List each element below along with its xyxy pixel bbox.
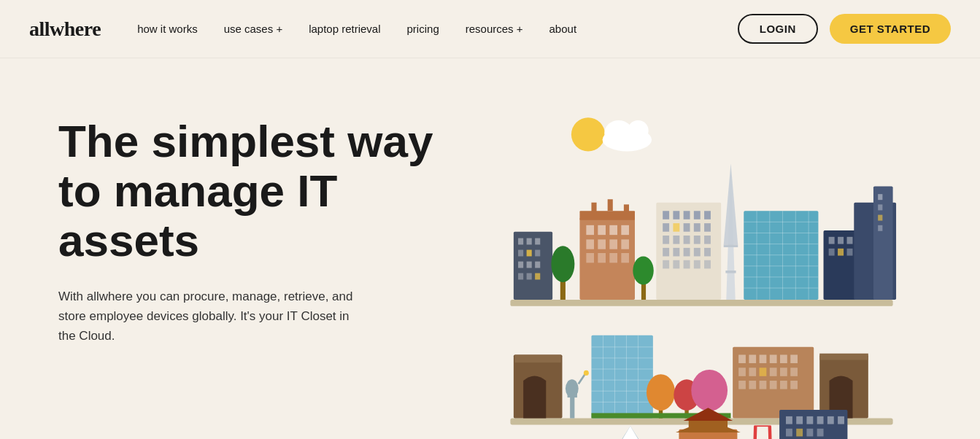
svg-rect-101 bbox=[515, 355, 561, 363]
svg-line-106 bbox=[579, 374, 585, 384]
nav-resources[interactable]: resources + bbox=[466, 23, 523, 35]
svg-rect-89 bbox=[838, 249, 844, 256]
svg-rect-36 bbox=[624, 204, 629, 212]
svg-rect-68 bbox=[725, 271, 736, 273]
svg-rect-126 bbox=[738, 355, 746, 364]
svg-rect-137 bbox=[790, 368, 798, 376]
svg-rect-97 bbox=[878, 215, 882, 221]
nav-laptop-retrieval[interactable]: laptop retrieval bbox=[309, 23, 380, 35]
svg-rect-29 bbox=[621, 239, 629, 249]
svg-point-19 bbox=[551, 246, 574, 282]
svg-rect-132 bbox=[738, 368, 746, 376]
hero-heading: The simplest way to manage IT assets bbox=[58, 117, 438, 266]
svg-rect-44 bbox=[704, 211, 711, 219]
svg-rect-34 bbox=[591, 203, 596, 213]
get-started-button[interactable]: GET STARTED bbox=[830, 14, 951, 44]
svg-rect-94 bbox=[873, 187, 893, 300]
svg-point-4 bbox=[628, 120, 648, 141]
nav-how-it-works[interactable]: how it works bbox=[137, 23, 198, 35]
svg-rect-61 bbox=[673, 260, 679, 269]
svg-rect-48 bbox=[694, 223, 701, 232]
svg-point-124 bbox=[691, 370, 728, 411]
svg-rect-167 bbox=[838, 416, 844, 424]
svg-rect-23 bbox=[598, 225, 606, 235]
svg-rect-165 bbox=[817, 416, 824, 424]
nav-actions: LOGIN GET STARTED bbox=[738, 14, 951, 44]
svg-point-107 bbox=[584, 370, 589, 376]
svg-rect-135 bbox=[770, 368, 777, 376]
svg-rect-26 bbox=[586, 239, 594, 249]
svg-rect-21 bbox=[579, 211, 635, 219]
svg-rect-95 bbox=[878, 194, 882, 200]
city-illustration bbox=[467, 102, 936, 439]
svg-rect-164 bbox=[806, 416, 813, 424]
svg-rect-17 bbox=[535, 273, 540, 280]
svg-rect-43 bbox=[694, 211, 701, 219]
svg-rect-96 bbox=[878, 204, 882, 210]
svg-rect-8 bbox=[535, 238, 540, 245]
svg-rect-58 bbox=[694, 248, 701, 257]
svg-rect-49 bbox=[704, 223, 711, 232]
svg-rect-12 bbox=[518, 262, 523, 268]
svg-rect-145 bbox=[819, 354, 868, 360]
svg-rect-154 bbox=[689, 419, 728, 432]
svg-rect-64 bbox=[704, 260, 711, 269]
svg-rect-14 bbox=[535, 262, 540, 268]
svg-rect-163 bbox=[796, 416, 803, 424]
nav-about[interactable]: about bbox=[549, 23, 577, 35]
hero-illustration bbox=[467, 102, 936, 439]
login-button[interactable]: LOGIN bbox=[738, 14, 818, 44]
svg-rect-143 bbox=[790, 381, 798, 389]
svg-rect-40 bbox=[663, 211, 669, 219]
svg-rect-166 bbox=[827, 416, 834, 424]
svg-rect-88 bbox=[829, 249, 835, 256]
svg-rect-60 bbox=[663, 260, 669, 269]
svg-rect-131 bbox=[790, 355, 798, 364]
svg-rect-85 bbox=[847, 237, 853, 244]
svg-rect-127 bbox=[749, 355, 756, 364]
logo[interactable]: allwhere bbox=[29, 18, 101, 41]
svg-rect-108 bbox=[591, 335, 652, 419]
svg-rect-54 bbox=[704, 236, 711, 244]
svg-rect-28 bbox=[609, 239, 617, 249]
svg-rect-134 bbox=[760, 368, 767, 376]
svg-rect-59 bbox=[704, 248, 711, 257]
svg-rect-142 bbox=[780, 381, 787, 389]
svg-rect-25 bbox=[621, 225, 629, 235]
svg-line-156 bbox=[754, 426, 756, 439]
svg-rect-33 bbox=[621, 253, 629, 263]
svg-rect-133 bbox=[749, 368, 756, 376]
svg-rect-62 bbox=[684, 260, 690, 269]
svg-rect-90 bbox=[847, 249, 853, 256]
hero-subtext: With allwhere you can procure, manage, r… bbox=[58, 287, 365, 346]
svg-rect-128 bbox=[760, 355, 767, 364]
svg-rect-168 bbox=[786, 429, 792, 437]
svg-rect-6 bbox=[518, 238, 523, 245]
svg-rect-170 bbox=[806, 429, 813, 437]
svg-rect-0 bbox=[510, 300, 892, 306]
svg-rect-139 bbox=[749, 381, 756, 389]
svg-line-157 bbox=[770, 426, 772, 439]
svg-rect-57 bbox=[684, 248, 690, 257]
svg-rect-67 bbox=[724, 244, 738, 247]
svg-point-1 bbox=[571, 117, 605, 151]
svg-rect-83 bbox=[829, 237, 835, 244]
svg-rect-27 bbox=[598, 239, 606, 249]
navigation: allwhere how it works use cases + laptop… bbox=[0, 0, 980, 58]
svg-rect-130 bbox=[780, 355, 787, 364]
svg-rect-63 bbox=[694, 260, 701, 269]
nav-use-cases[interactable]: use cases + bbox=[224, 23, 282, 35]
svg-rect-129 bbox=[770, 355, 777, 364]
nav-pricing[interactable]: pricing bbox=[407, 23, 439, 35]
svg-rect-162 bbox=[786, 416, 792, 424]
svg-rect-84 bbox=[838, 237, 844, 244]
svg-rect-9 bbox=[518, 250, 523, 257]
svg-rect-13 bbox=[527, 262, 532, 268]
svg-rect-98 bbox=[878, 225, 882, 231]
svg-rect-42 bbox=[684, 211, 690, 219]
svg-rect-53 bbox=[694, 236, 701, 244]
hero-text: The simplest way to manage IT assets Wit… bbox=[58, 102, 438, 346]
svg-rect-32 bbox=[609, 253, 617, 263]
svg-rect-7 bbox=[527, 238, 532, 245]
svg-rect-171 bbox=[817, 429, 824, 437]
